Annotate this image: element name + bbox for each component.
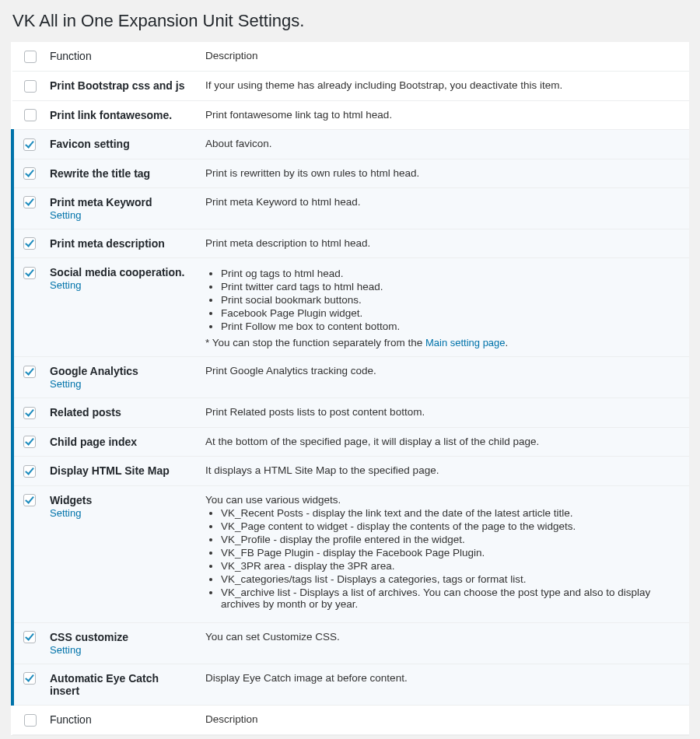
list-item: VK_FB Page Plugin - display the Facebook… <box>221 547 681 559</box>
description-meta-description: Print meta description to html head. <box>198 229 689 258</box>
description-related-posts: Print Related posts lists to post conten… <box>198 398 689 427</box>
function-name-meta-description: Print meta description <box>50 237 190 250</box>
description-favicon: About favicon. <box>198 130 689 159</box>
settings-table: Function Description Print Bootstrap css… <box>11 42 689 735</box>
table-row-css-customize: CSS customizeSettingYou can set Customiz… <box>12 622 689 664</box>
description-fontawesome: Print fontawesome link tag to html head. <box>198 100 689 129</box>
list-item: VK_3PR area - display the 3PR area. <box>221 560 681 572</box>
description-widgets: You can use various widgets.VK_Recent Po… <box>198 485 689 622</box>
description-list-social-media: Print og tags to html head.Print twitter… <box>221 268 681 332</box>
setting-link-google-analytics[interactable]: Setting <box>50 378 81 390</box>
function-name-html-sitemap: Display HTML Site Map <box>50 464 190 477</box>
description-css-customize: You can set Customize CSS. <box>198 622 689 664</box>
description-bootstrap: If your using theme has already includin… <box>198 72 689 100</box>
list-item: Facebook Page Plugin widget. <box>221 307 681 319</box>
function-name-related-posts: Related posts <box>50 406 190 419</box>
table-row-bootstrap: Print Bootstrap css and jsIf your using … <box>12 72 689 100</box>
checkbox-google-analytics[interactable] <box>23 366 36 378</box>
select-all-checkbox-bottom[interactable] <box>24 714 37 727</box>
description-social-media: Print og tags to html head.Print twitter… <box>198 258 689 357</box>
function-name-fontawesome: Print link fontawesome. <box>50 109 190 121</box>
main-setting-page-link[interactable]: Main setting page <box>425 337 506 348</box>
list-item: VK_categories/tags list - Displays a cat… <box>221 573 681 585</box>
function-name-social-media: Social media cooperation. <box>50 266 190 278</box>
checkbox-meta-keyword[interactable] <box>23 196 36 208</box>
list-item: VK_Profile - display the profile entered… <box>221 534 681 545</box>
description-child-page-index: At the bottom of the specified page, it … <box>198 427 689 456</box>
function-name-css-customize: CSS customize <box>50 631 190 643</box>
setting-link-widgets[interactable]: Setting <box>50 507 81 519</box>
checkbox-widgets[interactable] <box>23 494 36 506</box>
checkbox-bootstrap[interactable] <box>24 80 37 93</box>
function-name-meta-keyword: Print meta Keyword <box>50 196 190 208</box>
checkbox-related-posts[interactable] <box>23 407 36 419</box>
table-footer-row: Function Description <box>12 705 689 734</box>
checkbox-child-page-index[interactable] <box>23 436 36 448</box>
list-item: VK_archive list - Displays a list of arc… <box>221 587 681 610</box>
col-function-header: Function <box>42 42 198 72</box>
table-row-related-posts: Related postsPrint Related posts lists t… <box>12 398 689 427</box>
table-row-widgets: WidgetsSettingYou can use various widget… <box>12 485 689 622</box>
description-meta-keyword: Print meta Keyword to html head. <box>198 188 689 229</box>
function-name-bootstrap: Print Bootstrap css and js <box>50 79 190 92</box>
setting-link-css-customize[interactable]: Setting <box>50 644 81 656</box>
note-prefix: * You can stop the function separately f… <box>205 337 425 348</box>
description-rewrite-title: Print is rewritten by its own rules to h… <box>198 159 689 187</box>
function-name-child-page-index: Child page index <box>50 436 190 448</box>
select-all-checkbox-top[interactable] <box>24 51 37 63</box>
function-name-auto-eyecatch: Automatic Eye Catch insert <box>50 672 190 697</box>
checkbox-social-media[interactable] <box>23 267 36 279</box>
col-description-footer: Description <box>198 705 689 734</box>
setting-link-meta-keyword[interactable]: Setting <box>50 209 81 221</box>
description-auto-eyecatch: Display Eye Catch image at before conten… <box>198 664 689 705</box>
table-row-google-analytics: Google AnalyticsSettingPrint Google Anal… <box>12 357 689 398</box>
table-header-row: Function Description <box>12 42 689 72</box>
list-item: Print social bookmark buttons. <box>221 294 681 306</box>
col-function-footer: Function <box>42 705 198 734</box>
description-google-analytics: Print Google Analytics tracking code. <box>198 357 689 398</box>
table-row-meta-description: Print meta descriptionPrint meta descrip… <box>12 229 689 258</box>
function-name-rewrite-title: Rewrite the title tag <box>50 167 190 180</box>
checkbox-rewrite-title[interactable] <box>23 167 36 180</box>
table-row-child-page-index: Child page indexAt the bottom of the spe… <box>12 427 689 456</box>
checkbox-meta-description[interactable] <box>23 237 36 250</box>
function-name-google-analytics: Google Analytics <box>50 365 190 377</box>
description-note-social-media: * You can stop the function separately f… <box>205 337 681 348</box>
list-item: Print Follow me box to content bottom. <box>221 320 681 332</box>
table-row-fontawesome: Print link fontawesome.Print fontawesome… <box>12 100 689 129</box>
description-html-sitemap: It displays a HTML Site Map to the speci… <box>198 457 689 485</box>
checkbox-css-customize[interactable] <box>23 631 36 643</box>
description-intro-widgets: You can use various widgets. <box>205 494 681 506</box>
description-list-widgets: VK_Recent Posts - display the link text … <box>221 507 681 610</box>
function-name-widgets: Widgets <box>50 494 190 506</box>
table-row-auto-eyecatch: Automatic Eye Catch insertDisplay Eye Ca… <box>12 664 689 705</box>
table-row-rewrite-title: Rewrite the title tagPrint is rewritten … <box>12 159 689 187</box>
list-item: VK_Recent Posts - display the link text … <box>221 507 681 519</box>
checkbox-auto-eyecatch[interactable] <box>23 672 36 685</box>
col-description-header: Description <box>198 42 689 72</box>
list-item: Print twitter card tags to html head. <box>221 281 681 292</box>
setting-link-social-media[interactable]: Setting <box>50 279 81 291</box>
function-name-favicon: Favicon setting <box>50 138 190 150</box>
list-item: VK_Page content to widget - display the … <box>221 520 681 532</box>
note-suffix: . <box>506 337 509 348</box>
table-row-html-sitemap: Display HTML Site MapIt displays a HTML … <box>12 457 689 485</box>
checkbox-favicon[interactable] <box>23 138 36 151</box>
table-row-favicon: Favicon settingAbout favicon. <box>12 130 689 159</box>
table-row-social-media: Social media cooperation.SettingPrint og… <box>12 258 689 357</box>
list-item: Print og tags to html head. <box>221 268 681 279</box>
checkbox-fontawesome[interactable] <box>24 109 37 121</box>
table-row-meta-keyword: Print meta KeywordSettingPrint meta Keyw… <box>12 188 689 229</box>
checkbox-html-sitemap[interactable] <box>23 465 36 478</box>
page-title: VK All in One Expansion Unit Settings. <box>12 11 689 31</box>
